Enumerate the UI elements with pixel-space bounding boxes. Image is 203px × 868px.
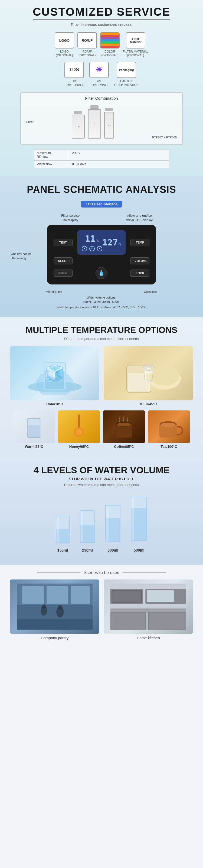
temp-label-honey: Honey/65°C [69,444,89,448]
filter-canister-c: C [88,105,101,139]
svg-rect-5 [53,373,57,378]
temp-subtitle: Different temperatures can meet differen… [5,337,198,341]
spec-row-wf: Water flow 0.52L/min [34,160,169,168]
temp-card-honey: Honey/65°C [58,410,100,448]
scene-label-office: Company pantry [41,636,69,640]
panel-label-filter-life: Filter servicelife display [61,214,79,223]
svg-rect-54 [148,613,186,629]
lcd-screen: 11 °s ● ● ● 127 °s [77,230,126,255]
scene-label-kitchen: Home kitchen [137,636,160,640]
btn-volume[interactable]: VOLUME [131,257,149,265]
temp-label-coffee: Coffee/85°C [114,444,134,448]
svg-point-8 [150,367,179,385]
svg-rect-37 [132,497,134,540]
temp-card-warm: Warm/25°C [13,410,55,448]
panel-labels-bottom-2: Water volume options:150ml, 230ml, 300ml… [5,296,198,304]
filter-top-c [91,105,99,108]
filter-top-pp [74,111,82,114]
svg-rect-55 [147,590,174,602]
btn-reset[interactable]: RESET [54,257,72,265]
label-water-outlet: Water outlet [46,290,62,294]
filter-body-pp: PP [72,115,85,139]
lcd-badge: LCD User Interface [81,201,122,208]
panel-row-1: TEST 11 °s ● ● ● [54,230,150,255]
svg-point-47 [58,605,63,610]
svg-rect-4 [46,372,52,377]
section-temperature: MULTIPLE TEMPERATURE OPTIONS Different t… [0,317,203,457]
svg-rect-53 [110,613,146,629]
spec-val-rd: 200G [69,150,169,160]
btn-rinse[interactable]: RINSE [54,270,72,277]
temp-card-cold: Cold/10°C [10,346,99,406]
temp-card-milk: MILK/45°C [104,346,193,406]
control-panel: TEST 11 °s ● ● ● [47,225,156,284]
label-child-lock-text: Child lock [144,290,157,293]
volume-title: 4 LEVELS OF WATER VOLUME [5,465,198,475]
panel-labels-bottom: Water outlet Child lock [5,290,198,294]
lcd-num-right: 127 [102,237,118,248]
scenes-title-text: Scenes to be used [83,570,120,575]
temp-label-tea: Tea/100°C [161,444,177,448]
option-box-logo: LOGO [55,32,74,49]
svg-point-45 [42,604,46,609]
glass-svg-230ml [78,506,97,547]
btn-temp[interactable]: TEMP [131,239,149,246]
water-drop-button[interactable]: 💧 [96,267,107,279]
svg-rect-12 [28,425,40,437]
temp-img-milk [104,346,193,400]
panel-labels-top: Filter servicelife display Inflow and ou… [5,214,198,223]
glass-label-500ml: 500ml [134,548,144,552]
svg-point-15 [75,429,82,435]
specs-table: MaximumRD flow 200G Water flow 0.52L/min [34,149,169,168]
lcd-unit-right: °s [118,243,121,246]
svg-rect-52 [110,609,186,613]
glass-label-150ml: 150ml [57,548,68,552]
svg-point-1 [36,371,74,395]
svg-rect-40 [22,586,44,604]
option-box-uv: ☀ [89,62,109,78]
spec-key-rd: MaximumRD flow [34,150,69,160]
temp-label-cold: Cold/10°C [46,402,63,406]
filter-body-ro: RO [104,112,114,139]
page-title: CUSTOMIZED SERVICE [33,5,170,20]
option-box-packaging: Packaging [117,62,136,78]
glass-label-300ml: 300ml [107,548,118,552]
option-label-uv: UV(OPTIONAL) [91,79,107,87]
btn-test[interactable]: TEST [54,239,72,246]
option-box-rouf: RO/UF [77,32,97,49]
section-customized: CUSTOMIZED SERVICE Provide various custo… [0,0,203,176]
svg-rect-43 [17,619,93,629]
subtitle: Provide various customized services [8,23,195,27]
option-label-rouf: RO/UF(OPTIONAL) [78,50,96,57]
btn-lock[interactable]: LOCK [131,270,149,277]
label-child-lock: Child lock [144,290,157,294]
svg-rect-6 [59,371,63,375]
filter-label: Filter [26,120,34,124]
uv-icon: ☀ [96,65,102,74]
glass-item-230ml: 230ml [78,506,97,552]
option-box-color [100,32,120,49]
spec-row-rd: MaximumRD flow 200G [34,149,169,161]
scenes-title-line-right [123,572,166,573]
scenes-grid: Company pantry [5,580,198,640]
scenes-title-row: Scenes to be used [5,570,198,575]
svg-rect-10 [128,373,150,392]
tea-visual [153,413,185,440]
filter-body-c: C [88,109,101,139]
option-filter-material: FilterMaterial FILTER MATERIAL(OPTIONAL) [123,32,148,57]
glass-item-300ml: 300ml [103,500,122,552]
option-logo: LOGO LOGO(OPTIONAL) [55,32,74,57]
glass-svg-300ml [103,500,122,547]
svg-rect-42 [71,586,90,604]
label-volume-options: Water volume options:150ml, 230ml, 300ml… [83,296,120,304]
temp-grid-small: Warm/25°C Honey/65°C [5,410,198,448]
glass-svg-150ml [54,511,71,547]
option-tds: TDS TDS(OPTIONAL) [64,62,84,87]
section-volume: 4 LEVELS OF WATER VOLUME STOP WHEN THE W… [0,457,203,565]
lcd-unit-left: °s [96,239,99,243]
lcd-right-num: 127 °s [102,237,122,248]
panel-note-temp: Water temperature options:10°C, ambient,… [5,306,198,309]
svg-rect-33 [106,505,108,541]
lcd-icons: ● ● ● [82,246,102,251]
options-row1: LOGO LOGO(OPTIONAL) RO/UF RO/UF(OPTIONAL… [8,32,195,57]
